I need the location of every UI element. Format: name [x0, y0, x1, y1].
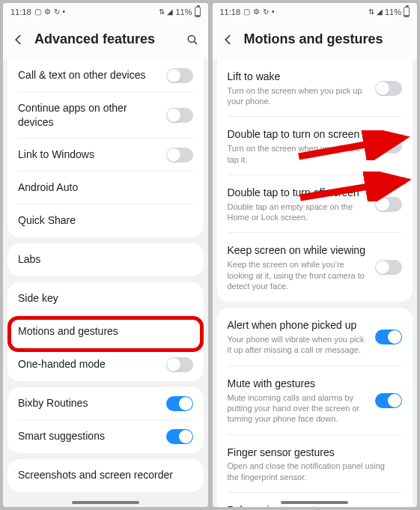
row-sub: Mute incoming calls and alarms by puttin…	[228, 392, 368, 425]
row-label: Alert when phone picked up	[228, 318, 368, 333]
battery-icon	[195, 7, 201, 17]
row-smart-suggestions[interactable]: Smart suggestions	[7, 420, 204, 453]
gear-icon: ⚙	[253, 8, 260, 16]
row-finger-sensor[interactable]: Finger sensor gestures Open and close th…	[217, 435, 413, 493]
row-call-text[interactable]: Call & text on other devices	[7, 59, 204, 92]
wifi-icon: ⇅	[368, 8, 374, 16]
settings-group-1: Call & text on other devices Continue ap…	[7, 59, 204, 237]
phone-left: 11:18 ▢ ⚙ ↻ • ⇅ ◢ 11% Advanced features …	[3, 3, 208, 507]
toggle[interactable]	[375, 81, 402, 96]
sync-icon: ↻	[263, 8, 269, 16]
row-label: Finger sensor gestures	[228, 446, 395, 460]
settings-scroll[interactable]: Lift to wake Turn on the screen when you…	[213, 59, 418, 507]
row-label: One-handed mode	[18, 357, 159, 371]
more-icon: •	[272, 8, 275, 16]
row-label: Side key	[18, 291, 186, 306]
row-screenshots[interactable]: Screenshots and screen recorder	[7, 459, 204, 492]
svg-point-0	[188, 35, 195, 42]
toggle[interactable]	[166, 108, 193, 123]
settings-group-5: Screenshots and screen recorder	[7, 459, 204, 492]
settings-group-a: Lift to wake Turn on the screen when you…	[217, 59, 413, 302]
row-side-key[interactable]: Side key	[7, 282, 204, 315]
row-keep-screen-on[interactable]: Keep screen on while viewing Keep the sc…	[217, 233, 413, 302]
toggle[interactable]	[166, 68, 193, 83]
row-sub: Turn on the screen when you pick up your…	[228, 85, 368, 107]
row-double-tap-on[interactable]: Double tap to turn on screen Turn on the…	[217, 117, 413, 174]
row-label: Screenshots and screen recorder	[18, 468, 186, 482]
row-mute-gestures[interactable]: Mute with gestures Mute incoming calls a…	[217, 366, 413, 435]
settings-group-4: Bixby Routines Smart suggestions	[7, 387, 204, 453]
row-sub: Turn on the screen when you double tap i…	[228, 143, 368, 165]
row-label: Motions and gestures	[18, 324, 186, 339]
row-label: Smart suggestions	[18, 429, 159, 443]
back-icon[interactable]	[222, 33, 235, 46]
toggle[interactable]	[375, 197, 402, 212]
row-palm-swipe[interactable]: Palm swipe to capture Swipe the edge of …	[217, 493, 413, 507]
row-continue-apps[interactable]: Continue apps on other devices	[7, 92, 204, 139]
header: Advanced features	[3, 21, 208, 59]
status-bar: 11:18 ▢ ⚙ ↻ • ⇅ ◢ 11%	[213, 3, 418, 21]
status-bar: 11:18 ▢ ⚙ ↻ • ⇅ ◢ 11%	[3, 3, 208, 21]
row-label: Keep screen on while viewing	[228, 243, 368, 258]
toggle[interactable]	[166, 148, 193, 163]
home-indicator[interactable]	[72, 501, 139, 504]
status-time: 11:18	[220, 7, 241, 16]
toggle[interactable]	[375, 139, 402, 154]
toggle[interactable]	[375, 330, 402, 344]
row-label: Bixby Routines	[18, 396, 159, 410]
row-lift-to-wake[interactable]: Lift to wake Turn on the screen when you…	[217, 59, 413, 117]
sync-icon: ↻	[54, 8, 60, 16]
row-label: Android Auto	[18, 180, 186, 195]
row-quick-share[interactable]: Quick Share	[7, 204, 204, 237]
row-sub: Your phone will vibrate when you pick it…	[228, 334, 368, 356]
header: Motions and gestures	[213, 21, 418, 59]
row-label: Labs	[18, 252, 186, 267]
row-label: Call & text on other devices	[18, 68, 159, 82]
home-indicator[interactable]	[281, 501, 348, 504]
back-icon[interactable]	[12, 33, 25, 46]
row-android-auto[interactable]: Android Auto	[7, 171, 204, 204]
row-label: Mute with gestures	[228, 377, 368, 391]
gear-icon: ⚙	[44, 8, 51, 16]
toggle[interactable]	[166, 357, 193, 372]
row-sub: Double tap an empty space on the Home or…	[228, 201, 368, 223]
phone-right: 11:18 ▢ ⚙ ↻ • ⇅ ◢ 11% Motions and gestur…	[213, 3, 418, 507]
signal-icon: ◢	[167, 8, 173, 16]
row-sub: Keep the screen on while you're looking …	[228, 259, 368, 291]
signal-icon: ◢	[377, 8, 383, 16]
row-sub: Open and close the notification panel us…	[228, 461, 395, 482]
page-title: Motions and gestures	[244, 31, 383, 47]
search-icon[interactable]	[186, 33, 199, 46]
picture-icon: ▢	[243, 8, 250, 16]
row-labs[interactable]: Labs	[7, 243, 204, 276]
row-label: Link to Windows	[18, 148, 159, 162]
settings-group-2: Labs	[7, 243, 204, 276]
row-label: Double tap to turn off screen	[228, 186, 368, 200]
row-label: Continue apps on other devices	[18, 101, 159, 130]
toggle[interactable]	[166, 429, 193, 444]
picture-icon: ▢	[34, 8, 41, 16]
toggle[interactable]	[375, 393, 402, 408]
row-alert-picked-up[interactable]: Alert when phone picked up Your phone wi…	[217, 308, 413, 365]
battery-icon	[404, 7, 410, 17]
more-icon: •	[63, 8, 66, 16]
settings-group-b: Alert when phone picked up Your phone wi…	[217, 308, 413, 507]
battery-pct: 11%	[175, 7, 192, 16]
toggle[interactable]	[375, 260, 402, 275]
row-double-tap-off[interactable]: Double tap to turn off screen Double tap…	[217, 175, 413, 233]
battery-pct: 11%	[385, 7, 401, 16]
row-label: Lift to wake	[228, 70, 368, 84]
row-link-windows[interactable]: Link to Windows	[7, 139, 204, 171]
wifi-icon: ⇅	[159, 8, 165, 16]
row-motions-gestures[interactable]: Motions and gestures	[7, 315, 204, 348]
status-time: 11:18	[10, 7, 31, 16]
settings-group-3: Side key Motions and gestures One-handed…	[7, 282, 204, 381]
settings-scroll[interactable]: Call & text on other devices Continue ap…	[3, 59, 208, 507]
page-title: Advanced features	[34, 31, 155, 47]
toggle[interactable]	[166, 396, 193, 411]
row-label: Double tap to turn on screen	[228, 127, 368, 142]
row-bixby[interactable]: Bixby Routines	[7, 387, 204, 420]
row-label: Quick Share	[18, 213, 186, 228]
row-one-handed[interactable]: One-handed mode	[7, 348, 204, 381]
